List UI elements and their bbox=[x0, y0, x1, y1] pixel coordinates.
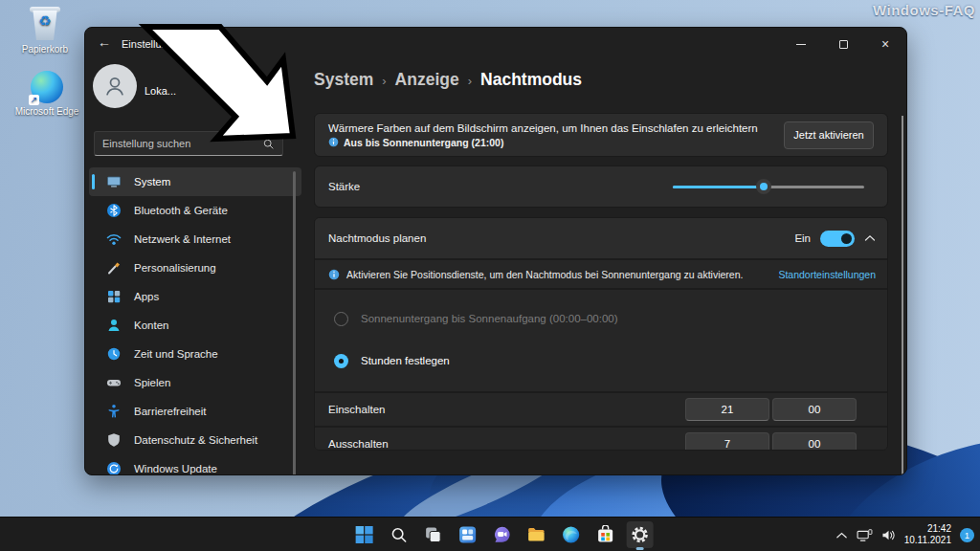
schedule-option-stunden-festlegen[interactable]: Stunden festlegen bbox=[315, 340, 887, 382]
maximize-icon bbox=[839, 40, 848, 49]
close-button[interactable]: × bbox=[864, 28, 906, 60]
back-button[interactable]: ← bbox=[98, 34, 111, 50]
info-icon bbox=[328, 137, 339, 147]
taskbar-edge-icon[interactable] bbox=[558, 521, 585, 548]
clock[interactable]: 21:42 10.11.2021 bbox=[904, 523, 951, 547]
network-icon[interactable] bbox=[857, 529, 873, 541]
night-light-activate-card: Wärmere Farben auf dem Bildschirm anzeig… bbox=[314, 113, 888, 157]
apps-icon bbox=[106, 289, 122, 304]
taskbar-file-explorer-icon[interactable] bbox=[523, 521, 550, 548]
sidebar-item-label: System bbox=[134, 176, 170, 187]
gaming-icon bbox=[106, 375, 122, 390]
sidebar-item-label: Zeit und Sprache bbox=[134, 348, 218, 360]
taskbar-widgets-icon[interactable] bbox=[455, 521, 481, 548]
sidebar-item-barrierefreiheit[interactable]: Barrierefreiheit bbox=[89, 397, 301, 426]
taskbar-search-icon[interactable] bbox=[386, 521, 412, 548]
desktop: ♻ Papierkorb ↗ Microsoft Edge Windows-FA… bbox=[0, 0, 980, 551]
desktop-icon-label: Papierkorb bbox=[10, 44, 80, 55]
notification-badge[interactable]: 1 bbox=[960, 528, 974, 542]
sidebar-item-label: Spielen bbox=[134, 377, 170, 388]
schedule-time-rows: Einschalten2100Ausschalten700 bbox=[315, 391, 887, 451]
tray-date: 10.11.2021 bbox=[904, 535, 951, 547]
option-label: Sonnenuntergang bis Sonnenaufgang (00:00… bbox=[361, 313, 618, 324]
strength-slider[interactable] bbox=[673, 179, 864, 194]
sidebar-item-label: Bluetooth & Geräte bbox=[134, 205, 228, 216]
sidebar-item-datenschutz-sicherheit[interactable]: Datenschutz & Sicherheit bbox=[89, 426, 301, 454]
location-settings-link[interactable]: Standorteinstellungen bbox=[778, 269, 876, 280]
accounts-icon bbox=[106, 318, 122, 333]
minimize-button[interactable] bbox=[780, 28, 822, 60]
privacy-icon bbox=[106, 432, 122, 448]
taskbar-settings-icon[interactable] bbox=[627, 521, 654, 548]
shortcut-arrow-icon: ↗ bbox=[29, 95, 39, 105]
activate-now-button[interactable]: Jetzt aktivieren bbox=[784, 121, 874, 149]
location-hint-row: Aktivieren Sie Positionsdienste, um den … bbox=[315, 260, 887, 288]
radio-selected-icon[interactable] bbox=[334, 354, 348, 368]
minute-field[interactable]: 00 bbox=[772, 432, 857, 451]
sidebar-item-netzwerk-internet[interactable]: Netzwerk & Internet bbox=[89, 225, 301, 253]
schedule-option-sonnenuntergang-bis-sonnenaufgang-00-00-00-00: Sonnenuntergang bis Sonnenaufgang (00:00… bbox=[315, 298, 887, 340]
taskbar-task-view-icon[interactable] bbox=[420, 521, 447, 548]
sidebar-item-bluetooth-geräte[interactable]: Bluetooth & Geräte bbox=[89, 196, 301, 225]
taskbar-icons bbox=[351, 518, 654, 551]
sidebar-item-zeit-und-sprache[interactable]: Zeit und Sprache bbox=[89, 340, 301, 368]
content-scrollbar[interactable] bbox=[902, 116, 903, 475]
chevron-up-icon[interactable] bbox=[864, 234, 876, 242]
sidebar-item-windows-update[interactable]: Windows Update bbox=[89, 454, 301, 475]
desktop-icon-label: Microsoft Edge bbox=[11, 106, 82, 117]
breadcrumb-separator: › bbox=[468, 74, 472, 88]
sidebar-item-apps[interactable]: Apps bbox=[89, 282, 301, 311]
sidebar-item-label: Konten bbox=[134, 320, 168, 331]
schedule-header[interactable]: Nachtmodus planen Ein bbox=[315, 218, 887, 258]
sidebar-item-spielen[interactable]: Spielen bbox=[89, 368, 301, 397]
sidebar-item-personalisierung[interactable]: Personalisierung bbox=[89, 253, 301, 282]
sidebar-nav: SystemBluetooth & GeräteNetzwerk & Inter… bbox=[89, 167, 301, 475]
taskbar-store-icon[interactable] bbox=[592, 521, 619, 548]
watermark: Windows-FAQ bbox=[873, 2, 975, 18]
taskbar: 21:42 10.11.2021 1 bbox=[0, 517, 980, 551]
system-tray: 21:42 10.11.2021 1 bbox=[835, 518, 974, 551]
desktop-icon-edge[interactable]: ↗ Microsoft Edge bbox=[11, 71, 82, 117]
time-row-ausschalten: Ausschalten700 bbox=[315, 426, 887, 451]
sidebar-item-label: Datenschutz & Sicherheit bbox=[134, 434, 257, 446]
sidebar-item-label: Apps bbox=[134, 291, 159, 302]
desktop-icon-recycle-bin[interactable]: ♻ Papierkorb bbox=[10, 7, 80, 55]
sidebar-item-konten[interactable]: Konten bbox=[89, 311, 301, 340]
sidebar-item-system[interactable]: System bbox=[89, 167, 301, 196]
breadcrumb-item-anzeige[interactable]: Anzeige bbox=[395, 70, 459, 90]
time-row-einschalten: Einschalten2100 bbox=[315, 391, 887, 426]
breadcrumb-item-nachtmodus: Nachtmodus bbox=[480, 70, 582, 90]
hour-field[interactable]: 21 bbox=[685, 398, 769, 421]
slider-thumb[interactable] bbox=[756, 179, 771, 194]
sidebar-item-label: Personalisierung bbox=[134, 262, 216, 274]
strength-label: Stärke bbox=[328, 181, 360, 192]
time-language-icon bbox=[106, 346, 122, 362]
tray-chevron-up-icon[interactable] bbox=[835, 531, 848, 540]
night-light-description: Wärmere Farben auf dem Bildschirm anzeig… bbox=[328, 122, 784, 134]
slider-fill bbox=[673, 186, 764, 188]
maximize-button[interactable] bbox=[822, 28, 864, 60]
time-row-label: Einschalten bbox=[328, 404, 385, 415]
strength-card: Stärke bbox=[314, 165, 888, 208]
windows-update-icon bbox=[106, 461, 122, 475]
sidebar-item-label: Windows Update bbox=[134, 463, 217, 474]
option-label: Stunden festlegen bbox=[361, 355, 450, 366]
taskbar-chat-icon[interactable] bbox=[489, 521, 516, 548]
breadcrumb: System›Anzeige›Nachtmodus bbox=[314, 70, 582, 90]
edge-icon: ↗ bbox=[31, 71, 63, 103]
sidebar-scrollbar[interactable] bbox=[293, 171, 296, 475]
info-icon bbox=[328, 269, 340, 280]
minimize-icon bbox=[796, 44, 806, 45]
volume-icon[interactable] bbox=[881, 529, 896, 541]
recycle-bin-icon: ♻ bbox=[30, 7, 60, 41]
breadcrumb-item-system[interactable]: System bbox=[314, 70, 373, 90]
annotation-arrow bbox=[124, 19, 311, 153]
time-row-label: Ausschalten bbox=[328, 438, 389, 450]
minute-field[interactable]: 00 bbox=[772, 398, 857, 421]
toggle-knob bbox=[841, 233, 852, 244]
hour-field[interactable]: 7 bbox=[685, 432, 769, 451]
toggle-state-label: Ein bbox=[794, 232, 811, 244]
schedule-toggle[interactable] bbox=[820, 231, 855, 247]
location-hint: Aktivieren Sie Positionsdienste, um den … bbox=[346, 269, 743, 280]
taskbar-start-icon[interactable] bbox=[351, 521, 378, 548]
